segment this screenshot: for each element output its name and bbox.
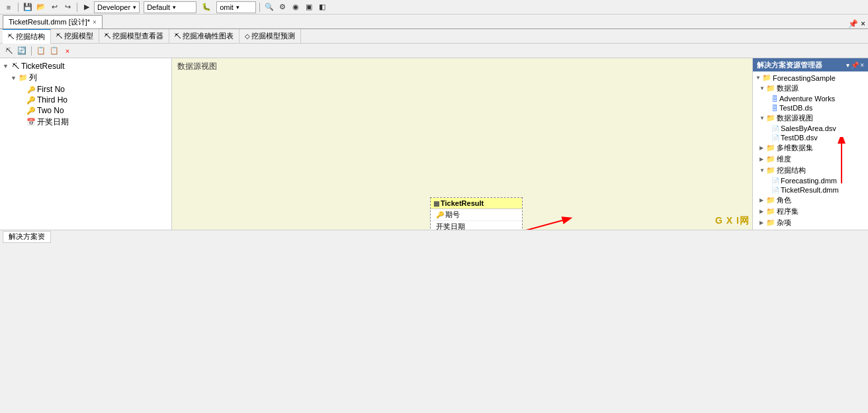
r-multidim-folder[interactable]: ▶ 📁 多维数据集: [754, 142, 867, 154]
tool4-icon[interactable]: ▣: [303, 1, 315, 13]
pin-icon[interactable]: 📌: [848, 19, 858, 28]
r-root-label: ForecastingSample: [773, 74, 836, 82]
r-ticketresult-icon: 📄: [771, 187, 779, 194]
r-misc-folder[interactable]: ▶ 📁 杂项: [754, 217, 867, 228]
tab-mining-structure[interactable]: ⛏ 挖掘结构: [3, 29, 51, 44]
mining-tabs: ⛏ 挖掘结构 ⛏ 挖掘模型 ⛏ 挖掘模型查看器 ⛏ 挖掘准确性图表 ◇ 挖掘模型…: [0, 29, 868, 44]
bottom-tab-label: 解决方案资: [9, 232, 45, 242]
table-header-icon: ▦: [433, 200, 439, 207]
sep2: [77, 3, 77, 12]
tree-col-twono[interactable]: 🔑 Two No: [3, 105, 169, 116]
r-mining-icon: 📁: [766, 166, 775, 175]
r-assembly-icon: 📁: [766, 207, 775, 216]
tab-close-icon[interactable]: ×: [861, 19, 865, 28]
r-dimension-icon: 📁: [766, 155, 775, 163]
omit-label: omit: [220, 3, 234, 11]
menu-icon[interactable]: ≡: [3, 1, 15, 13]
r-role-folder[interactable]: ▶ 📁 角色: [754, 195, 867, 206]
sep1: [18, 3, 19, 12]
r-dimension-arrow: ▶: [760, 156, 765, 162]
r-ticketresult-label: TicketResult.dmm: [781, 186, 839, 194]
st-sep1: [31, 46, 32, 56]
r-root-icon: 📁: [762, 73, 771, 82]
sep3: [259, 3, 260, 12]
open-icon[interactable]: 📂: [35, 1, 47, 13]
structure-tab-icon: ⛏: [8, 33, 15, 40]
right-close-btn[interactable]: ×: [860, 62, 864, 69]
r-testdb-ds[interactable]: 🗄 TestDB.ds: [754, 103, 867, 113]
tree-root[interactable]: ▼ ⛏ TicketResult: [3, 61, 169, 71]
r-root-arrow: ▼: [756, 75, 761, 81]
r-mining-folder[interactable]: ▼ 📁 挖掘结构: [754, 165, 867, 176]
r-adventureworks[interactable]: 🗄 Adventure Works: [754, 94, 867, 103]
tree-columns[interactable]: ▼ 📁 列: [3, 71, 169, 84]
right-panel: 解决方案资源管理器 ▾ 📌 × ▼ 📁 ForecastingSample ▼ …: [752, 58, 868, 230]
r-role-arrow: ▶: [760, 197, 765, 203]
r-aw-label: Adventure Works: [779, 95, 835, 103]
redo-icon[interactable]: ↪: [62, 1, 73, 13]
prediction-tab-icon: ◇: [245, 32, 250, 40]
r-testdbds-icon: 🗄: [771, 105, 778, 112]
r-multidim-icon: 📁: [766, 144, 775, 152]
canvas-label: 数据源视图: [177, 61, 217, 72]
st-icon2[interactable]: 🔄: [16, 45, 28, 57]
st-icon1[interactable]: ⛏: [3, 45, 15, 57]
r-testdbdsv-label: TestDB.dsv: [781, 134, 818, 142]
st-icon5[interactable]: ×: [62, 45, 73, 57]
tab-mining-viewer[interactable]: ⛏ 挖掘模型查看器: [99, 29, 169, 44]
tab-right-controls: 📌 ×: [848, 19, 868, 28]
tool3-icon[interactable]: ◉: [290, 1, 302, 13]
doc-tab-label: TicketResult.dmm [设计]*: [9, 17, 90, 27]
accuracy-tab-label: 挖掘准确性图表: [183, 31, 234, 41]
twono-label: Two No: [37, 106, 64, 115]
right-collapse-btn[interactable]: ▾: [846, 62, 849, 69]
r-dimension-folder[interactable]: ▶ 📁 维度: [754, 154, 867, 165]
developer-dropdown[interactable]: Developer ▾: [94, 1, 140, 13]
tree-col-thirdho[interactable]: 🔑 Third Ho: [3, 95, 169, 105]
r-datasource-icon: 📁: [766, 84, 775, 93]
row-label-date: 开奖日期: [436, 222, 465, 230]
canvas-area: 数据源视图 ▦ TicketResult 🔑 期号 开奖日期 开奖号码 本期销量…: [172, 58, 752, 230]
undo-icon[interactable]: ↩: [48, 1, 60, 13]
model-tab-label: 挖掘模型: [64, 31, 93, 41]
r-multidim-arrow: ▶: [760, 145, 765, 151]
date-label: 开奖日期: [37, 116, 69, 128]
table-header: ▦ TicketResult: [431, 198, 522, 209]
tab-mining-model[interactable]: ⛏ 挖掘模型: [51, 29, 99, 44]
date-icon: 📅: [26, 118, 36, 126]
r-misc-arrow: ▶: [760, 220, 765, 226]
st-icon3[interactable]: 📋: [35, 45, 47, 57]
tool5-icon[interactable]: ◧: [316, 1, 328, 13]
second-toolbar: ⛏ 🔄 📋 📋 ×: [0, 44, 868, 58]
omit-dropdown[interactable]: omit ▾: [216, 1, 256, 13]
r-root[interactable]: ▼ 📁 ForecastingSample: [754, 73, 867, 83]
r-role-icon: 📁: [766, 196, 775, 205]
tree-col-date[interactable]: 📅 开奖日期: [3, 116, 169, 128]
developer-label: Developer: [97, 3, 130, 11]
tool1-icon[interactable]: 🔍: [263, 1, 275, 13]
save-icon[interactable]: 💾: [22, 1, 34, 13]
doc-tab-close[interactable]: ×: [93, 19, 97, 26]
tab-mining-prediction[interactable]: ◇ 挖掘模型预测: [239, 29, 301, 44]
right-panel-title: 解决方案资源管理器: [757, 60, 822, 70]
tree-col-firstno[interactable]: 🔑 First No: [3, 84, 169, 95]
r-assembly-folder[interactable]: ▶ 📁 程序集: [754, 206, 867, 217]
r-ticketresult[interactable]: 📄 TicketResult.dmm: [754, 185, 867, 195]
tab-mining-accuracy[interactable]: ⛏ 挖掘准确性图表: [169, 29, 239, 44]
r-datasource-folder[interactable]: ▼ 📁 数据源: [754, 83, 867, 94]
doc-tab[interactable]: TicketResult.dmm [设计]* ×: [3, 15, 103, 28]
build-icon[interactable]: ▶: [81, 1, 93, 13]
st-icon4[interactable]: 📋: [48, 45, 60, 57]
r-forecasting[interactable]: 📄 Forecasting.dmm: [754, 176, 867, 185]
bottom-tab-solution[interactable]: 解决方案资: [3, 231, 51, 243]
right-pin-btn[interactable]: 📌: [851, 62, 859, 69]
r-salesbyarea[interactable]: 📄 SalesByArea.dsv: [754, 124, 867, 133]
debug-icon[interactable]: 🐛: [200, 1, 212, 13]
r-dsv-folder[interactable]: ▼ 📁 数据源视图: [754, 113, 867, 124]
tool2-icon[interactable]: ⚙: [277, 1, 288, 13]
omit-arrow: ▾: [236, 4, 239, 11]
key-icon-qihao: 🔑: [436, 211, 444, 218]
default-dropdown[interactable]: Default ▾: [144, 1, 196, 13]
r-testdbdsv[interactable]: 📄 TestDB.dsv: [754, 133, 867, 142]
svg-line-1: [526, 220, 562, 230]
